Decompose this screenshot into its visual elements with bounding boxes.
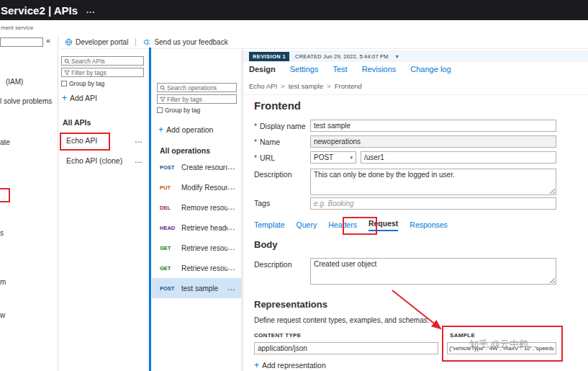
operation-row-test-sample[interactable]: POST test sample ... bbox=[152, 278, 241, 298]
operation-row-retrieve-resource[interactable]: GET Retrieve resource ... bbox=[152, 238, 241, 258]
globe-icon bbox=[65, 38, 73, 46]
operation-menu-icon[interactable]: ... bbox=[227, 184, 235, 191]
filter-apis-input[interactable] bbox=[71, 69, 141, 76]
group-by-tag-label: Group by tag bbox=[69, 80, 104, 87]
operation-row-modify-resource[interactable]: PUT Modify Resource ... bbox=[152, 177, 241, 197]
add-representation-label: Add representation bbox=[262, 361, 326, 370]
tab-settings[interactable]: Settings bbox=[290, 65, 319, 73]
tab-revisions[interactable]: Revisions bbox=[362, 65, 397, 73]
operation-row-remove-resource[interactable]: DEL Remove resource ... bbox=[152, 197, 241, 218]
http-verb-badge: HEAD bbox=[160, 225, 181, 231]
operation-name: Retrieve resource bbox=[181, 244, 227, 252]
context-menu-icon[interactable]: ... bbox=[135, 137, 143, 144]
tab-request[interactable]: Request bbox=[368, 219, 398, 231]
api-item-echo-clone[interactable]: Echo API (clone) ... bbox=[61, 153, 148, 168]
tab-change-log[interactable]: Change log bbox=[410, 65, 451, 73]
breadcrumb-separator-icon: > bbox=[327, 82, 331, 90]
context-menu-icon[interactable]: ... bbox=[135, 157, 143, 164]
group-by-tag-operations[interactable]: Group by tag bbox=[157, 107, 200, 114]
feedback-button[interactable]: Send us your feedback bbox=[143, 38, 227, 46]
representations-subtitle: Define request content types, examples, … bbox=[254, 316, 429, 324]
breadcrumb-item-api[interactable]: Echo API bbox=[249, 82, 277, 90]
tab-query[interactable]: Query bbox=[297, 220, 317, 231]
content-type-input[interactable] bbox=[254, 342, 438, 354]
tags-input[interactable] bbox=[310, 197, 556, 210]
add-api-button[interactable]: + Add API bbox=[62, 94, 97, 102]
plus-icon: + bbox=[158, 125, 163, 134]
operation-name: test sample bbox=[181, 285, 227, 292]
url-method-value: POST bbox=[314, 153, 333, 161]
description-label: Description bbox=[254, 170, 292, 179]
operation-name: Retrieve resource... bbox=[181, 264, 227, 272]
watermark: 知乎 @云中鹤 bbox=[469, 338, 528, 351]
tab-template[interactable]: Template bbox=[254, 220, 285, 231]
filter-operations-input[interactable] bbox=[167, 96, 234, 103]
all-apis-title: All APIs bbox=[63, 118, 91, 127]
operation-menu-icon[interactable]: ... bbox=[227, 264, 235, 272]
add-operation-button[interactable]: + Add operation bbox=[158, 125, 213, 134]
operation-menu-icon[interactable]: ... bbox=[227, 285, 235, 292]
group-by-tag-apis[interactable]: Group by tag bbox=[61, 80, 104, 87]
operation-menu-icon[interactable]: ... bbox=[227, 164, 235, 171]
page-title: Service2 | APIs bbox=[1, 4, 78, 17]
label-text: Name bbox=[260, 138, 280, 146]
menu-item-iam[interactable]: (IAM) bbox=[6, 78, 23, 86]
chevron-down-icon: ▾ bbox=[350, 155, 353, 161]
http-verb-badge: GET bbox=[160, 245, 181, 251]
collapse-menu-button[interactable]: « bbox=[46, 36, 50, 45]
more-menu-icon[interactable]: ... bbox=[86, 6, 95, 14]
url-method-select[interactable]: POST ▾ bbox=[310, 151, 356, 164]
operation-menu-icon[interactable]: ... bbox=[227, 244, 235, 251]
command-separator bbox=[135, 38, 136, 46]
search-operations-input[interactable] bbox=[167, 84, 234, 91]
url-path-input[interactable] bbox=[361, 151, 556, 164]
name-label: * Name bbox=[254, 138, 280, 146]
breadcrumb: Echo API > test sample > Frontend bbox=[249, 82, 362, 90]
breadcrumb-separator-icon: > bbox=[281, 82, 285, 90]
api-name: Echo API (clone) bbox=[66, 156, 135, 165]
breadcrumb-item-operation[interactable]: test sample bbox=[289, 82, 324, 90]
tab-test[interactable]: Test bbox=[333, 65, 347, 73]
operation-row-retrieve-resource-2[interactable]: GET Retrieve resource... ... bbox=[152, 258, 241, 278]
operation-row-retrieve-header[interactable]: HEAD Retrieve header o... ... bbox=[152, 218, 241, 238]
tab-responses[interactable]: Responses bbox=[410, 220, 448, 231]
plus-icon: + bbox=[62, 94, 67, 102]
menu-item-solve-problems[interactable]: l solve problems bbox=[0, 97, 52, 105]
plus-icon: + bbox=[254, 361, 259, 370]
menu-item-fragment-3[interactable]: m bbox=[0, 278, 6, 286]
tab-headers[interactable]: Headers bbox=[328, 220, 357, 231]
search-operations-box bbox=[157, 83, 237, 92]
name-input[interactable] bbox=[310, 135, 556, 148]
group-by-tag-label: Group by tag bbox=[165, 107, 200, 114]
megaphone-icon bbox=[143, 38, 151, 46]
menu-item-fragment-2[interactable]: s bbox=[0, 229, 4, 237]
frontend-title: Frontend bbox=[254, 99, 301, 112]
filter-icon bbox=[64, 70, 70, 76]
label-text: Tags bbox=[254, 199, 270, 207]
menu-item-fragment-4[interactable]: w bbox=[0, 311, 5, 319]
search-icon bbox=[64, 58, 70, 64]
description-textarea[interactable]: This can only be done by the logged in u… bbox=[310, 169, 556, 195]
checkbox-icon[interactable] bbox=[61, 81, 67, 86]
chevron-down-icon[interactable]: ▾ bbox=[396, 53, 399, 60]
display-name-input[interactable] bbox=[310, 120, 556, 132]
menu-divider bbox=[58, 36, 58, 371]
body-description-textarea[interactable]: Created user object bbox=[310, 258, 556, 285]
menu-search-input[interactable] bbox=[0, 37, 43, 47]
search-apis-input[interactable] bbox=[71, 58, 141, 65]
label-text: URL bbox=[260, 153, 275, 162]
add-operation-label: Add operation bbox=[166, 125, 213, 134]
required-asterisk: * bbox=[254, 138, 257, 146]
operation-row-create-resource[interactable]: POST Create resource ... bbox=[152, 157, 241, 177]
api-item-echo[interactable]: Echo API ... bbox=[61, 133, 148, 148]
operation-menu-icon[interactable]: ... bbox=[227, 224, 235, 231]
label-text: Description bbox=[254, 170, 292, 179]
tab-design[interactable]: Design bbox=[249, 65, 276, 73]
developer-portal-button[interactable]: Developer portal bbox=[65, 38, 128, 46]
menu-item-fragment-1[interactable]: ate bbox=[0, 138, 10, 146]
add-representation-button[interactable]: + Add representation bbox=[254, 361, 326, 370]
operation-menu-icon[interactable]: ... bbox=[227, 204, 235, 211]
http-verb-badge: POST bbox=[160, 164, 181, 171]
checkbox-icon[interactable] bbox=[157, 107, 163, 113]
command-bar: Developer portal Send us your feedback bbox=[65, 36, 228, 48]
